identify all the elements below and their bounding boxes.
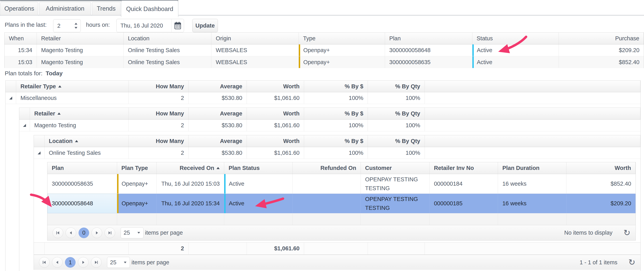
recent-row[interactable]: 15:34 Magento Testing Online Testing Sal… [4,44,644,56]
plan-status-cell: Active [224,194,293,213]
next-page-icon [95,231,99,235]
hierarchy-cell [19,120,30,131]
column-header-plan[interactable]: Plan [385,33,472,44]
column-header-type[interactable]: Type [299,33,385,44]
page-size-dropdown[interactable]: 25 [121,227,144,238]
received-on-cell: Thu, 16 Jul 2020 15:03 [157,174,224,194]
column-header-worth[interactable]: Worth [247,81,304,92]
retailer-type-row[interactable]: Miscellaneous 2 $530.80 $1,061.60 100% 1… [6,92,640,104]
hours-on-label: hours on: [86,22,110,28]
column-header-retailer[interactable]: Retailer [30,108,129,119]
column-header-origin[interactable]: Origin [212,33,299,44]
how-many-cell: 2 [129,120,188,131]
column-header-average[interactable]: Average [188,81,247,92]
column-header-when[interactable]: When [4,33,37,44]
tab-administration[interactable]: Administration [39,2,91,15]
column-header-average[interactable]: Average [188,108,247,119]
collapse-toggle-icon[interactable] [23,124,26,127]
column-header-plan[interactable]: Plan [48,162,117,174]
plan-cell: 3000000058635 [48,174,117,194]
by-qty-cell: 100% [368,120,425,131]
plan-row[interactable]: 3000000058635 Openpay+ Thu, 16 Jul 2020 … [48,174,636,194]
tab-trends[interactable]: Trends [92,2,120,15]
origin-cell: WEBSALES [212,56,299,68]
column-header-by-dollar[interactable]: % By $ [304,108,368,119]
footer-how-many-cell: 2 [129,243,188,255]
spacer-cell [425,120,640,131]
column-header-by-qty[interactable]: % By Qty [368,108,425,119]
column-header-location[interactable]: Location [44,135,129,147]
collapse-toggle-icon[interactable] [9,97,12,99]
column-header-plan-duration[interactable]: Plan Duration [498,162,566,174]
plan-row-selected[interactable]: 3000000058648 Openpay+ Thu, 16 Jul 2020 … [48,194,636,213]
pager-next-button[interactable] [92,228,102,238]
pager-current-page[interactable]: 1 [65,257,76,268]
seek-first-icon [56,231,60,235]
plan-type-cell: Openpay+ [117,194,157,213]
refresh-icon[interactable]: ↻ [628,258,635,267]
origin-cell: WEBSALES [212,44,299,56]
column-header-status[interactable]: Status [472,33,559,44]
column-header-how-many[interactable]: How Many [129,108,188,119]
column-header-by-dollar[interactable]: % By $ [304,135,368,147]
column-header-average[interactable]: Average [188,135,247,147]
page-size-dropdown[interactable]: 25 [107,257,130,268]
footer-spacer-cell [425,243,640,255]
plan-totals-heading: Plan totals for: Today [5,70,62,77]
pager-next-button[interactable] [78,257,88,268]
column-header-plan-type[interactable]: Plan Type [117,162,157,174]
recent-row[interactable]: 15:03 Magento Testing Online Testing Sal… [4,56,644,68]
column-header-worth[interactable]: Worth [247,108,304,119]
column-header-worth[interactable]: Worth [247,135,304,147]
spinner-down-icon[interactable] [74,27,77,29]
column-header-plan-status[interactable]: Plan Status [224,162,293,174]
column-header-refunded-on[interactable]: Refunded On [293,162,361,174]
worth-cell: $1,061.60 [247,92,304,104]
column-header-by-qty[interactable]: % By Qty [368,81,425,92]
column-header-by-dollar[interactable]: % By $ [304,81,368,92]
how-many-cell: 2 [129,147,188,159]
spinner-up-icon[interactable] [74,23,77,24]
empty-cell [361,213,430,225]
column-header-customer[interactable]: Customer [361,162,430,174]
pager-prev-button[interactable] [52,257,62,268]
plan-totals-period: Today [46,70,62,76]
empty-cell [293,213,361,225]
pager-current-page[interactable]: 0 [78,228,89,238]
calendar-button[interactable] [172,19,184,32]
column-header-received-on[interactable]: Received On [157,162,224,174]
tab-quick-dashboard[interactable]: Quick Dashboard [121,0,178,17]
pager-first-button[interactable] [52,228,63,238]
column-header-how-many[interactable]: How Many [129,81,188,92]
collapse-toggle-icon[interactable] [38,151,40,154]
plan-cell-focused: 3000000058648 [48,194,117,213]
column-header-retailer-inv-no[interactable]: Retailer Inv No [430,162,498,174]
column-header-purchase[interactable]: Purchase [559,33,644,44]
column-header-worth[interactable]: Worth [566,162,636,174]
retailer-row[interactable]: Magento Testing 2 $530.80 $1,061.60 100%… [19,120,640,131]
tab-operations[interactable]: Operations [0,2,38,15]
column-header-retailer[interactable]: Retailer [37,33,124,44]
pager-last-button[interactable] [104,228,115,238]
column-header-location[interactable]: Location [124,33,212,44]
plan-duration-cell: 16 weeks [498,174,566,194]
date-picker[interactable]: Thu, 16 Jul 2020 [116,19,184,32]
refunded-on-cell [293,174,361,194]
pager-first-button[interactable] [39,257,50,268]
hours-input[interactable]: 2 [53,19,81,32]
column-header-retailer-type[interactable]: Retailer Type [16,81,129,92]
purchase-cell: $852.40 [559,56,644,68]
hierarchy-cell [34,147,44,159]
received-on-cell: Thu, 16 Jul 2020 15:34 [157,194,224,213]
pager-prev-button[interactable] [66,228,76,238]
retailer-cell: Magento Testing [37,56,124,68]
pager-last-button[interactable] [91,257,102,268]
refresh-icon[interactable]: ↻ [624,229,630,237]
chevron-down-icon [138,232,140,234]
column-header-by-qty[interactable]: % By Qty [368,135,425,147]
seek-last-icon [108,231,112,235]
location-row[interactable]: Online Testing Sales 2 $530.80 $1,061.60… [34,147,640,159]
update-button[interactable]: Update [192,19,218,32]
status-cell: Active [472,44,559,56]
column-header-how-many[interactable]: How Many [129,135,188,147]
